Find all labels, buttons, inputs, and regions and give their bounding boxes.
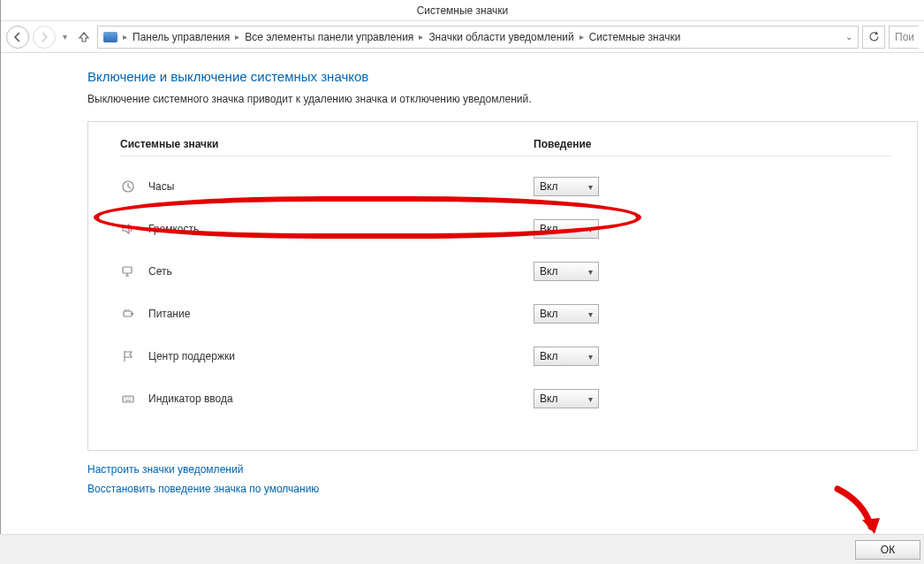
arrow-left-icon — [12, 32, 23, 42]
control-panel-icon — [103, 32, 117, 42]
svg-rect-2 — [124, 311, 132, 316]
table-row: Индикатор ввода Вкл — [120, 377, 892, 420]
row-label: Сеть — [148, 265, 172, 278]
keyboard-icon — [120, 391, 136, 407]
links-area: Настроить значки уведомлений Восстановит… — [87, 463, 924, 495]
navigation-toolbar: ▾ ▸ Панель управления ▸ Все элементы пан… — [1, 21, 924, 53]
window-titlebar: Системные значки — [1, 0, 924, 21]
row-label: Громкость — [148, 223, 199, 235]
behavior-select[interactable]: Вкл — [534, 347, 599, 366]
dialog-footer: ОК — [0, 534, 924, 564]
breadcrumb[interactable]: Панель управления — [133, 31, 230, 43]
arrow-right-icon — [39, 32, 49, 42]
search-placeholder: Пои — [895, 31, 914, 43]
arrow-up-icon — [78, 31, 90, 43]
behavior-select[interactable]: Вкл — [534, 389, 599, 408]
flag-icon — [120, 348, 136, 364]
row-label: Центр поддержки — [148, 350, 235, 362]
ok-button[interactable]: ОК — [855, 540, 920, 560]
breadcrumb[interactable]: Все элементы панели управления — [245, 31, 413, 43]
behavior-select[interactable]: Вкл — [534, 304, 599, 324]
customize-icons-link[interactable]: Настроить значки уведомлений — [87, 463, 924, 476]
svg-rect-1 — [123, 267, 132, 273]
row-label: Часы — [148, 180, 174, 193]
forward-button[interactable] — [33, 26, 56, 49]
page-title: Включение и выключение системных значков — [87, 69, 924, 84]
page-description: Выключение системного значка приводит к … — [87, 93, 924, 105]
column-header-behavior: Поведение — [534, 138, 591, 150]
row-label: Индикатор ввода — [148, 393, 233, 405]
chevron-right-icon: ▸ — [123, 32, 127, 42]
breadcrumb[interactable]: Значки области уведомлений — [428, 31, 573, 43]
search-box[interactable]: Пои — [889, 26, 919, 49]
behavior-select[interactable]: Вкл — [534, 219, 599, 239]
clock-icon — [120, 179, 136, 194]
row-label: Питание — [148, 308, 190, 320]
back-button[interactable] — [6, 26, 29, 49]
chevron-right-icon: ▸ — [579, 32, 584, 42]
window-title: Системные значки — [417, 4, 509, 17]
restore-defaults-link[interactable]: Восстановить поведение значка по умолчан… — [87, 483, 924, 495]
address-dropdown[interactable]: ⌄ — [845, 32, 852, 42]
breadcrumb[interactable]: Системные значки — [589, 31, 681, 43]
svg-rect-4 — [123, 396, 133, 402]
svg-rect-3 — [132, 313, 133, 315]
column-header-name: Системные значки — [120, 138, 534, 150]
settings-panel: Системные значки Поведение Часы Вкл — [87, 121, 918, 451]
content-area: Включение и выключение системных значков… — [1, 53, 924, 564]
volume-icon — [120, 221, 136, 237]
address-bar[interactable]: ▸ Панель управления ▸ Все элементы панел… — [97, 26, 859, 49]
behavior-select[interactable]: Вкл — [534, 177, 599, 196]
refresh-icon — [868, 31, 880, 42]
network-icon — [120, 263, 136, 279]
table-row: Питание Вкл — [120, 293, 892, 335]
power-icon — [120, 306, 136, 322]
behavior-select[interactable]: Вкл — [534, 262, 599, 281]
refresh-button[interactable] — [862, 26, 885, 49]
chevron-right-icon: ▸ — [235, 32, 239, 42]
table-row: Сеть Вкл — [120, 250, 892, 293]
up-button[interactable] — [74, 27, 94, 47]
table-row: Часы Вкл — [120, 165, 892, 208]
table-row: Громкость Вкл — [120, 208, 892, 250]
history-dropdown[interactable]: ▾ — [59, 32, 71, 42]
table-row: Центр поддержки Вкл — [120, 335, 892, 377]
chevron-right-icon: ▸ — [419, 32, 423, 42]
